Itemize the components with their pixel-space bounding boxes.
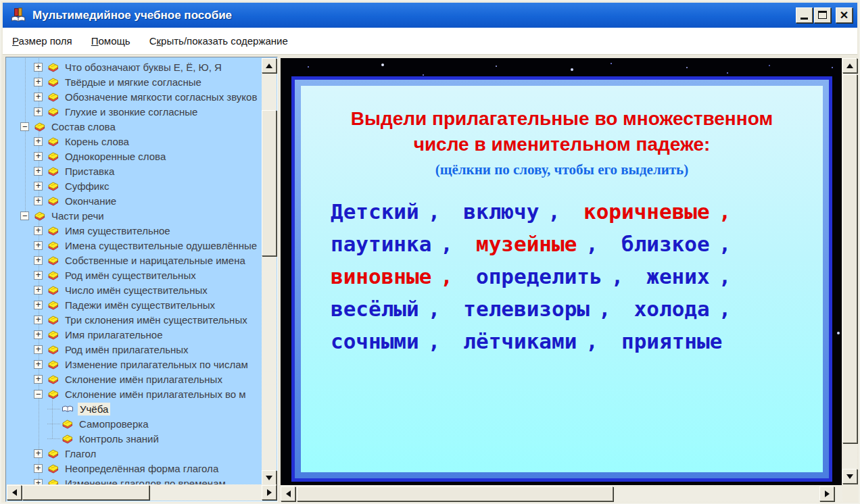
expand-plus-icon[interactable]: +	[34, 197, 43, 205]
scroll-right-button[interactable]	[819, 486, 834, 501]
expand-plus-icon[interactable]: +	[34, 78, 43, 86]
tree-item[interactable]: +Три склонения имён существительных	[7, 312, 262, 327]
comma: ,	[440, 232, 453, 256]
word[interactable]: жених	[646, 264, 709, 288]
expand-plus-icon[interactable]: +	[34, 479, 43, 485]
expand-plus-icon[interactable]: +	[34, 63, 43, 72]
book-icon	[47, 107, 59, 117]
word[interactable]: сочными	[331, 329, 419, 353]
expand-plus-icon[interactable]: +	[34, 152, 43, 161]
tree-item[interactable]: −Склонение имён прилагательных во м	[7, 386, 262, 401]
scroll-left-button[interactable]	[7, 485, 22, 500]
tree-item[interactable]: +Изменение глаголов по временам	[7, 476, 262, 484]
menu-item[interactable]: Размер поля	[12, 35, 72, 47]
book-icon	[47, 62, 59, 72]
menu-item[interactable]: Помощь	[91, 35, 130, 47]
scrollbar-thumb[interactable]	[22, 485, 149, 500]
collapse-minus-icon[interactable]: −	[20, 211, 29, 220]
collapse-minus-icon[interactable]: −	[34, 390, 43, 399]
expand-plus-icon[interactable]: +	[34, 256, 43, 265]
expand-plus-icon[interactable]: +	[34, 330, 43, 339]
book-icon	[62, 434, 73, 444]
tree-item[interactable]: +Приставка	[7, 163, 262, 178]
menu-item[interactable]: Скрыть/показать содержание	[149, 35, 288, 47]
expand-plus-icon[interactable]: +	[34, 375, 43, 384]
tree-item[interactable]: +Окончание	[7, 193, 262, 208]
expand-plus-icon[interactable]: +	[34, 286, 43, 295]
tree-item[interactable]: +Род имён прилагательных	[7, 342, 262, 357]
scrollbar-thumb[interactable]	[262, 110, 277, 256]
tree-item[interactable]: +Неопределённая форма глагола	[7, 461, 262, 476]
tree-item[interactable]: +Собственные и нарицательные имена	[7, 253, 262, 268]
tree-item[interactable]: +Число имён существительных	[7, 282, 262, 297]
word-selected[interactable]: виновные	[331, 264, 431, 288]
expand-plus-icon[interactable]: +	[34, 107, 43, 116]
word[interactable]: включу	[463, 199, 539, 224]
scrollbar-thumb[interactable]	[842, 74, 857, 443]
scroll-left-button[interactable]	[281, 486, 295, 501]
tree-item[interactable]: +Род имён существительных	[7, 268, 262, 282]
scroll-down-button[interactable]	[262, 470, 277, 485]
expand-plus-icon[interactable]: +	[34, 316, 43, 324]
scroll-down-button[interactable]	[842, 469, 857, 484]
expand-plus-icon[interactable]: +	[34, 301, 43, 309]
word[interactable]: телевизоры	[463, 297, 590, 321]
scrollbar-thumb[interactable]	[297, 486, 613, 501]
window-controls: ✕	[796, 7, 853, 23]
word[interactable]: определить	[476, 264, 602, 288]
tree-item[interactable]: +Глухие и звонкие согласные	[7, 104, 262, 119]
collapse-minus-icon[interactable]: −	[20, 122, 29, 131]
tree-vertical-scrollbar[interactable]	[262, 58, 277, 485]
scroll-right-button[interactable]	[262, 485, 277, 500]
expand-plus-icon[interactable]: +	[34, 345, 43, 354]
main-horizontal-scrollbar[interactable]	[281, 486, 842, 502]
expand-plus-icon[interactable]: +	[34, 360, 43, 369]
tree-item[interactable]: +Корень слова	[7, 134, 262, 149]
tree-item[interactable]: Контроль знаний	[7, 431, 262, 446]
expand-plus-icon[interactable]: +	[34, 226, 43, 235]
expand-plus-icon[interactable]: +	[34, 167, 43, 176]
expand-plus-icon[interactable]: +	[34, 449, 43, 458]
word[interactable]: близкое	[621, 232, 710, 256]
expand-plus-icon[interactable]: +	[34, 241, 43, 250]
tree-item-label: Самопроверка	[77, 418, 151, 430]
expand-plus-icon[interactable]: +	[34, 464, 43, 473]
expand-plus-icon[interactable]: +	[34, 137, 43, 146]
tree-item[interactable]: +Изменение прилагательных по числам	[7, 357, 262, 372]
tree-item[interactable]: +Суффикс	[7, 178, 262, 193]
minimize-button[interactable]	[796, 7, 813, 23]
tree-item[interactable]: +Имя существительное	[7, 223, 262, 238]
word-selected[interactable]: коричневые	[583, 199, 710, 224]
word[interactable]: паутинка	[331, 232, 431, 256]
tree-item[interactable]: −Части речи	[7, 208, 262, 223]
tree-item[interactable]: +Однокоренные слова	[7, 149, 262, 163]
scroll-up-button[interactable]	[262, 58, 277, 73]
tree-item[interactable]: +Твёрдые и мягкие согласные	[7, 74, 262, 89]
tree-item-label: Обозначение мягкости согласных звуков	[63, 91, 259, 103]
tree-item[interactable]: +Обозначение мягкости согласных звуков	[7, 89, 262, 104]
tree-item[interactable]: +Падежи имён существительных	[7, 297, 262, 312]
expand-plus-icon[interactable]: +	[34, 271, 43, 280]
tree-item[interactable]: +Глагол	[7, 446, 262, 461]
close-button[interactable]: ✕	[836, 7, 853, 23]
word[interactable]: весёлый	[331, 297, 419, 321]
maximize-button[interactable]	[814, 7, 831, 23]
tree-item[interactable]: +Имя прилагательное	[7, 327, 262, 342]
tree-horizontal-scrollbar[interactable]	[7, 484, 277, 501]
word[interactable]: Детский	[331, 199, 419, 224]
tree-item[interactable]: +Что обозначают буквы Е, Ё, Ю, Я	[7, 59, 262, 74]
word[interactable]: приятные	[621, 329, 722, 353]
word-selected[interactable]: музейные	[476, 232, 577, 256]
expand-plus-icon[interactable]: +	[34, 182, 43, 191]
scroll-up-button[interactable]	[842, 58, 857, 73]
word[interactable]: лётчиками	[463, 329, 577, 353]
expand-plus-icon[interactable]: +	[34, 93, 43, 101]
tree-item[interactable]: −Состав слова	[7, 119, 262, 134]
word[interactable]: холода	[634, 297, 710, 321]
tree-item-selected[interactable]: Учёба	[7, 401, 262, 416]
main-vertical-scrollbar[interactable]	[842, 58, 857, 485]
tree-item-label: Твёрдые и мягкие согласные	[63, 76, 204, 89]
tree-item[interactable]: +Имена существительные одушевлённые	[7, 238, 262, 253]
tree-item[interactable]: +Склонение имён прилагательных	[7, 372, 262, 386]
tree-item[interactable]: Самопроверка	[7, 416, 262, 431]
